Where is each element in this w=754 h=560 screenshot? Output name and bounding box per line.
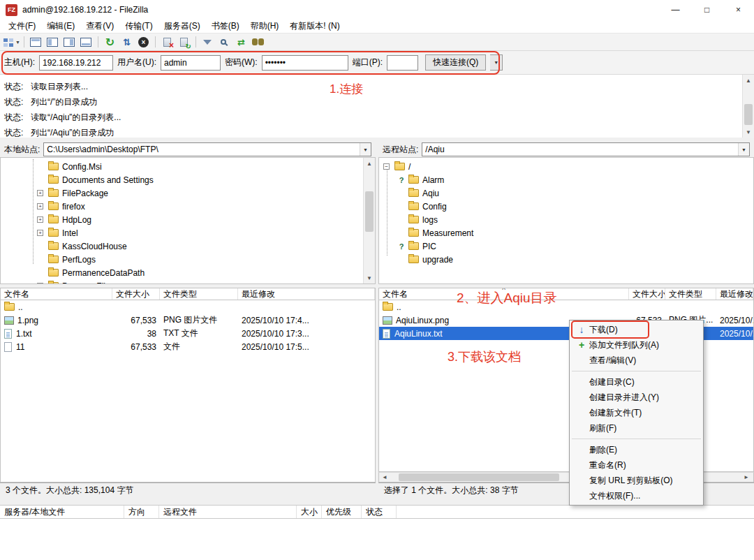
scroll-right-icon[interactable]: ► [741, 474, 752, 480]
local-column-filename[interactable]: 文件名 [1, 288, 112, 300]
site-manager-icon[interactable]: ▼ [3, 34, 20, 50]
local-column-filesize[interactable]: 文件大小 [112, 288, 160, 300]
host-input[interactable] [39, 55, 113, 71]
remote-tree-item-config[interactable]: Config [379, 200, 753, 213]
username-input[interactable] [161, 55, 221, 71]
local-file-row-1png[interactable]: 1.png 67,533 PNG 图片文件 2025/10/10 17:4... [1, 314, 375, 327]
local-tree-item-perflogs[interactable]: PerfLogs [1, 253, 375, 266]
local-file-row-1txt[interactable]: 1.txt 38 TXT 文件 2025/10/10 17:3... [1, 327, 375, 340]
menu-transfer[interactable]: 传输(T) [119, 20, 158, 33]
context-menu-item-download[interactable]: ↓下载(D) [570, 322, 703, 337]
quickconnect-button[interactable]: 快速连接(Q) [425, 54, 486, 71]
local-tree-scrollbar[interactable]: ▲ ▼ [363, 158, 375, 283]
scrollbar-thumb[interactable] [365, 191, 374, 232]
context-menu-item-file-permissions[interactable]: 文件权限(F)... [570, 488, 703, 503]
scrollbar-thumb[interactable] [744, 104, 753, 125]
context-menu-item-create-directory[interactable]: 创建目录(C) [570, 374, 703, 390]
toggle-local-tree-icon[interactable] [45, 34, 61, 50]
filter-icon[interactable] [200, 34, 216, 50]
local-column-filetype[interactable]: 文件类型 [160, 288, 238, 300]
queue-column-remote-file[interactable]: 远程文件 [159, 506, 297, 518]
minimize-button[interactable]: — [660, 0, 691, 20]
queue-column-server-local-file[interactable]: 服务器/本地文件 [0, 506, 124, 518]
toggle-message-log-icon[interactable] [28, 34, 44, 50]
context-menu-item-create-directory-enter[interactable]: 创建目录并进入(Y) [570, 390, 703, 405]
queue-column-direction[interactable]: 方向 [124, 506, 159, 518]
toggle-remote-tree-icon[interactable] [61, 34, 77, 50]
scroll-up-icon[interactable]: ▲ [743, 75, 754, 86]
queue-column-size[interactable]: 大小 [297, 506, 322, 518]
cancel-icon[interactable]: × [135, 34, 151, 50]
log-line: 状态:读取“/Aqiu”的目录列表... [4, 110, 740, 125]
remote-file-row-parent[interactable]: .. [379, 300, 753, 314]
site-manager-dropdown-icon[interactable]: ▼ [15, 40, 20, 45]
expand-icon[interactable]: + [37, 216, 43, 223]
local-tree-item-permanencedatapath[interactable]: PermanenceDataPath [1, 266, 375, 279]
remote-tree-item-logs[interactable]: logs [379, 213, 753, 226]
queue-column-status[interactable]: 状态 [362, 506, 397, 518]
menu-file[interactable]: 文件(F) [3, 20, 41, 33]
local-tree-item-filepackage[interactable]: +FilePackage [1, 186, 375, 200]
local-tree-item-kasscloudhouse[interactable]: KassCloudHouse [1, 240, 375, 253]
log-scrollbar[interactable]: ▲ ▼ [742, 75, 754, 138]
scrollbar-thumb[interactable] [399, 473, 559, 481]
reconnect-icon[interactable] [176, 34, 192, 50]
expand-icon[interactable]: + [37, 230, 43, 236]
expand-icon[interactable]: + [37, 190, 43, 196]
local-file-row-parent[interactable]: .. [1, 300, 375, 314]
local-tree-item-hdplog[interactable]: +HdpLog [1, 213, 375, 226]
remote-tree-item-aqiu[interactable]: Aqiu [379, 186, 753, 200]
remote-tree-item-alarm[interactable]: ?Alarm [379, 173, 753, 186]
context-menu-item-view-edit[interactable]: 查看/编辑(V) [570, 353, 703, 368]
remote-tree-item-measurement[interactable]: Measurement [379, 226, 753, 240]
context-menu-item-add-to-queue[interactable]: +添加文件到队列(A) [570, 337, 703, 353]
menu-edit[interactable]: 编辑(E) [41, 20, 80, 33]
find-files-icon[interactable] [250, 34, 266, 50]
local-file-row-11[interactable]: 11 67,533 文件 2025/10/10 17:5... [1, 340, 375, 353]
remote-column-modified[interactable]: 最近修改 [716, 288, 753, 300]
remote-tree-item-root[interactable]: −/ [379, 160, 753, 173]
remote-site-combobox[interactable]: /Aqiu ▼ [422, 142, 750, 156]
scroll-down-icon[interactable]: ▼ [364, 272, 375, 283]
close-button[interactable]: × [723, 0, 754, 20]
remote-column-filesize[interactable]: 文件大小 [629, 288, 665, 300]
local-column-modified[interactable]: 最近修改 [238, 288, 375, 300]
menu-view[interactable]: 查看(V) [80, 20, 119, 33]
process-queue-icon[interactable]: ⇅ [119, 34, 135, 50]
refresh-icon[interactable]: ↻ [102, 34, 118, 50]
maximize-button[interactable]: □ [691, 0, 723, 20]
disconnect-icon[interactable] [159, 34, 175, 50]
menu-help[interactable]: 帮助(H) [245, 20, 285, 33]
context-menu-item-rename[interactable]: 重命名(R) [570, 457, 703, 473]
quickconnect-dropdown-icon[interactable]: ▼ [490, 54, 503, 71]
password-input[interactable] [262, 55, 348, 71]
directory-comparison-icon[interactable] [216, 34, 232, 50]
local-tree-item-documents-and-settings[interactable]: Documents and Settings [1, 173, 375, 186]
context-menu-item-copy-url[interactable]: 复制 URL 到剪贴板(O) [570, 473, 703, 488]
remote-column-filetype[interactable]: 文件类型 [665, 288, 716, 300]
chevron-down-icon[interactable]: ▼ [738, 143, 749, 156]
local-site-combobox[interactable]: C:\Users\admin\Desktop\FTP\ ▼ [43, 142, 371, 156]
remote-tree-item-upgrade[interactable]: upgrade [379, 253, 753, 266]
local-tree-item-firefox[interactable]: +firefox [1, 200, 375, 213]
queue-column-priority[interactable]: 优先级 [322, 506, 362, 518]
menu-bookmarks[interactable]: 书签(B) [206, 20, 245, 33]
menu-server[interactable]: 服务器(S) [158, 20, 206, 33]
remote-tree-item-pic[interactable]: ?PIC [379, 240, 753, 253]
expand-icon[interactable]: + [37, 203, 43, 209]
menu-new-version[interactable]: 有新版本! (N) [284, 20, 345, 33]
context-menu-item-refresh[interactable]: 刷新(F) [570, 420, 703, 436]
context-menu-item-create-new-file[interactable]: 创建新文件(T) [570, 405, 703, 420]
context-menu-item-delete[interactable]: 删除(E) [570, 442, 703, 457]
scroll-left-icon[interactable]: ◄ [379, 474, 390, 480]
port-input[interactable] [387, 55, 418, 71]
toggle-transfer-queue-icon[interactable] [78, 34, 94, 50]
expand-icon[interactable]: + [37, 283, 43, 284]
local-tree-item-config-msi[interactable]: Config.Msi [1, 160, 375, 173]
scroll-up-icon[interactable]: ▲ [364, 158, 375, 169]
local-tree-item-program-files[interactable]: +Program Files [1, 279, 375, 284]
local-tree-item-intel[interactable]: +Intel [1, 226, 375, 240]
scroll-down-icon[interactable]: ▼ [743, 126, 754, 138]
chevron-down-icon[interactable]: ▼ [360, 143, 371, 156]
synchronized-browsing-icon[interactable]: ⇄ [233, 34, 249, 50]
